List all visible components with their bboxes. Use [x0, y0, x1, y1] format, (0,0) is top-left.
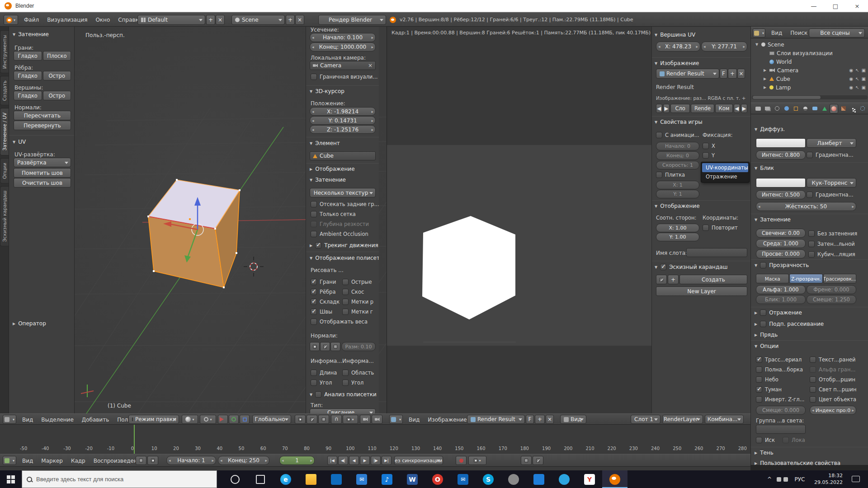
render-pass-selector[interactable]: Комбина... — [705, 415, 744, 424]
transparency-panel-header[interactable]: Прозрачность — [755, 262, 809, 268]
tracking-checkbox[interactable] — [315, 242, 321, 249]
tray-expand-chevron[interactable]: ^ — [765, 470, 774, 488]
store-icon[interactable] — [324, 470, 349, 488]
render-slot-selector[interactable]: Слот 1 — [631, 415, 660, 424]
blender-icon[interactable] — [602, 470, 627, 488]
opengl-render-anim-button[interactable] — [372, 415, 382, 424]
pivot-center-selector[interactable]: ▾ — [200, 415, 216, 424]
checkbox-row[interactable]: Трасс...ериал — [756, 355, 807, 365]
outliner-item-scene[interactable]: ▼ Scene ◉↖▣ — [751, 40, 868, 49]
checkbox-row[interactable]: Отсекать задние гр... — [311, 199, 378, 209]
game-properties-header[interactable]: Свойства игры — [655, 119, 703, 125]
checkbox-row[interactable]: Скос — [342, 287, 377, 297]
checkbox-row[interactable]: Рёбра — [311, 287, 340, 297]
snap-element-selector[interactable]: ▾ — [343, 415, 358, 424]
checkbox-row[interactable]: Угол — [311, 378, 340, 388]
grease-pencil-draw-button[interactable] — [656, 275, 667, 284]
checkbox-row[interactable]: Текст...раней — [810, 355, 858, 365]
current-frame-field[interactable]: 1 — [279, 456, 315, 465]
sss-panel-header[interactable]: Подп. рассеивание — [755, 321, 824, 327]
edit-cube[interactable] — [147, 179, 241, 288]
recalculate-normals-button[interactable]: Пересчитать — [14, 111, 71, 120]
opengl-render-button[interactable] — [360, 415, 371, 424]
clip-start-field[interactable]: Начало: 0.100 — [310, 33, 376, 42]
animated-checkbox[interactable]: С анимаци... — [656, 132, 699, 138]
playback-button[interactable]: |▶ — [371, 456, 381, 465]
particles-tab[interactable] — [849, 104, 857, 113]
constraints-tab[interactable] — [801, 104, 810, 113]
shading-panel-header[interactable]: Затенение — [310, 177, 346, 183]
menu-item[interactable]: Вид — [405, 417, 424, 423]
tool-tab[interactable]: Инструменты — [0, 30, 9, 73]
render-layers-tab[interactable] — [763, 104, 772, 113]
grease-pencil-new-button[interactable]: Создать — [679, 275, 747, 284]
diffuse-color-swatch[interactable] — [756, 138, 806, 148]
checkbox-row[interactable]: Складк — [311, 297, 340, 307]
start-button[interactable] — [0, 470, 22, 488]
clear-seam-button[interactable]: Очистить шов — [14, 178, 71, 188]
face-normals-toggle[interactable] — [330, 342, 340, 351]
playback-button[interactable]: ▶ — [360, 456, 370, 465]
transform-orientation-selector[interactable]: Глобально — [252, 415, 291, 424]
popup-option[interactable]: Отражение — [702, 172, 748, 181]
image-datablock-selector[interactable]: Render Result — [656, 69, 719, 79]
menu-item[interactable]: Файл — [20, 17, 43, 23]
object-tab[interactable] — [792, 104, 800, 113]
tiles-y-field[interactable]: Y: 1 — [656, 190, 699, 198]
alpha-slider[interactable]: Альфа: 1.000 — [756, 285, 806, 294]
menu-item[interactable]: Добавить — [78, 417, 113, 423]
hardness-slider[interactable]: Жёсткость: 50 — [756, 202, 856, 211]
delete-scene-button[interactable]: × — [295, 15, 304, 25]
task-view-icon[interactable] — [248, 470, 273, 488]
shadow-panel-header[interactable]: Тень — [755, 450, 774, 456]
outliner-scrollbar[interactable] — [752, 95, 868, 99]
image-panel-header[interactable]: Изображение — [655, 60, 699, 66]
tiles-x-field[interactable]: X: 1 — [656, 181, 699, 189]
motion-tracking-header[interactable]: Трекинг движения — [310, 242, 378, 249]
mark-seam-button[interactable]: Пометить шов — [14, 168, 71, 178]
grease-pencil-checkbox[interactable] — [660, 264, 666, 270]
new-layer-button[interactable]: New Layer — [656, 286, 747, 296]
uv-vertex-header[interactable]: Вершина UV — [655, 32, 695, 38]
uv-panel-header[interactable]: UV — [13, 139, 26, 145]
add-layout-button[interactable]: + — [206, 15, 215, 25]
custom-properties-header[interactable]: Пользовательские свойства — [755, 460, 840, 465]
specular-alpha-slider[interactable]: Блик: 1.000 — [756, 295, 806, 304]
analysis-type-dropdown[interactable]: Свисание — [310, 408, 376, 413]
diffuse-shader-selector[interactable]: Ламберт — [807, 138, 856, 148]
show-weights-checkbox[interactable]: Отображать веса — [311, 319, 368, 325]
aspect-x-field[interactable]: X: 1.00 — [656, 224, 699, 232]
shade-button[interactable]: Остро — [43, 71, 71, 80]
grease-pencil-header[interactable]: Эскизный карандаш — [655, 264, 728, 270]
new-image-button[interactable]: + — [535, 415, 545, 424]
menu-item[interactable]: Выделение — [37, 417, 77, 423]
item-panel-header[interactable]: Элемент — [310, 140, 340, 146]
clock[interactable]: 18:32 29.05.2022 — [810, 472, 843, 486]
shading-checkbox[interactable]: Затен...льной — [808, 239, 855, 249]
exclusive-checkbox[interactable]: Иск — [756, 437, 775, 443]
new-image-button[interactable]: + — [728, 69, 737, 79]
display-mode-selector[interactable]: Вид — [560, 415, 586, 424]
scene-tab[interactable] — [773, 104, 781, 113]
diffuse-intensity-slider[interactable]: Интенс: 0.800 — [756, 150, 806, 160]
specular-color-swatch[interactable] — [756, 178, 806, 188]
shade-button[interactable]: Плоско — [43, 51, 71, 61]
manipulator-scale-toggle[interactable] — [240, 415, 250, 424]
menu-item[interactable]: Визуализация — [43, 17, 91, 23]
expand-toggle[interactable]: ▶ — [763, 85, 767, 89]
clamp-x-checkbox[interactable]: X — [703, 143, 715, 149]
anim-speed-field[interactable]: Скорость: 1 — [656, 161, 699, 169]
cursor-3d[interactable] — [244, 257, 264, 277]
next-pass-button[interactable]: ▶ — [741, 104, 747, 113]
mirror-panel-header[interactable]: Отражение — [755, 310, 802, 316]
analysis-checkbox[interactable] — [315, 391, 321, 398]
checkbox-row[interactable]: Метки р — [342, 297, 377, 307]
start-frame-field[interactable]: Начало: 1 — [166, 456, 216, 465]
checkbox-row[interactable]: Альфа гран... — [810, 365, 858, 375]
mesh-display-header[interactable]: Отображение полисетки — [310, 255, 379, 261]
maximize-button[interactable]: □ — [825, 0, 846, 12]
outlook-icon[interactable]: ✉ — [450, 470, 476, 488]
close-button[interactable]: × — [846, 0, 868, 12]
uv-y-field[interactable]: Y: 277.71 — [701, 42, 747, 52]
notification-center-icon[interactable] — [852, 476, 860, 482]
